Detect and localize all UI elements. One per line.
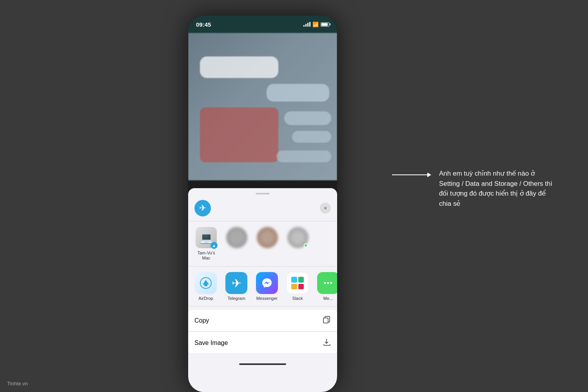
save-image-action-row[interactable]: Save Image <box>188 332 337 354</box>
apps-row: AirDrop ✈ Telegram Messenger <box>188 267 337 307</box>
status-time: 09:45 <box>196 21 211 28</box>
svg-point-3 <box>330 282 332 284</box>
home-indicator <box>239 363 286 365</box>
app-messenger[interactable]: Messenger <box>254 272 280 301</box>
annotation: Anh em tuỳ chỉnh như thế nào ở Setting /… <box>392 169 557 209</box>
slack-app-icon <box>287 272 309 294</box>
phone-frame: 09:45 📶 ✈ × <box>188 16 337 392</box>
airdrop-app-icon <box>195 272 217 294</box>
save-image-label: Save Image <box>194 339 228 347</box>
telegram-app-icon: ✈ <box>225 272 247 294</box>
airdrop-label: AirDrop <box>198 296 213 301</box>
svg-rect-4 <box>323 318 328 323</box>
copy-icon <box>322 315 331 326</box>
svg-point-2 <box>327 282 329 284</box>
battery-icon <box>321 22 329 27</box>
copy-action-row[interactable]: Copy <box>188 310 337 332</box>
sheet-handle <box>256 193 270 194</box>
contact-name-airdrop: Tam-Vu'sMac <box>197 250 215 261</box>
annotation-text: Anh em tuỳ chỉnh như thế nào ở Setting /… <box>439 169 557 209</box>
app-background <box>188 33 337 180</box>
avatar-blur-2 <box>257 227 278 248</box>
avatar-blur-1 <box>226 227 247 248</box>
contact-blurred-3[interactable] <box>286 227 310 261</box>
contact-blurred-1[interactable] <box>225 227 249 261</box>
annotation-arrow <box>392 172 431 177</box>
messenger-label: Messenger <box>256 296 278 301</box>
more-label: Me... <box>323 296 333 301</box>
save-icon <box>322 338 331 348</box>
telegram-header-icon: ✈ <box>194 200 211 216</box>
telegram-label: Telegram <box>227 296 245 301</box>
status-bar: 09:45 📶 <box>188 16 337 33</box>
app-airdrop[interactable]: AirDrop <box>193 272 219 301</box>
app-more[interactable]: Me... <box>315 272 337 301</box>
contacts-row: 💻 ▲ Tam-Vu'sMac <box>188 221 337 267</box>
app-slack[interactable]: Slack <box>285 272 310 301</box>
contact-airdrop-mac[interactable]: 💻 ▲ Tam-Vu'sMac <box>194 227 218 261</box>
close-button[interactable]: × <box>320 203 331 214</box>
signal-icon <box>303 22 310 27</box>
slack-label: Slack <box>292 296 303 301</box>
airdrop-mac-avatar: 💻 ▲ <box>196 227 217 248</box>
more-app-icon <box>317 272 337 294</box>
online-indicator <box>304 243 308 247</box>
app-telegram[interactable]: ✈ Telegram <box>223 272 249 301</box>
svg-point-1 <box>324 282 326 284</box>
contact-blurred-2[interactable] <box>256 227 279 261</box>
messenger-app-icon <box>256 272 278 294</box>
sheet-header: ✈ × <box>188 198 337 221</box>
watermark: Tinhte.vn <box>7 381 28 387</box>
share-sheet: ✈ × 💻 ▲ Tam-Vu'sMac <box>188 188 337 392</box>
copy-label: Copy <box>194 317 209 324</box>
airdrop-wifi-badge: ▲ <box>211 242 218 249</box>
status-icons: 📶 <box>303 22 329 27</box>
wifi-icon: 📶 <box>312 22 319 27</box>
